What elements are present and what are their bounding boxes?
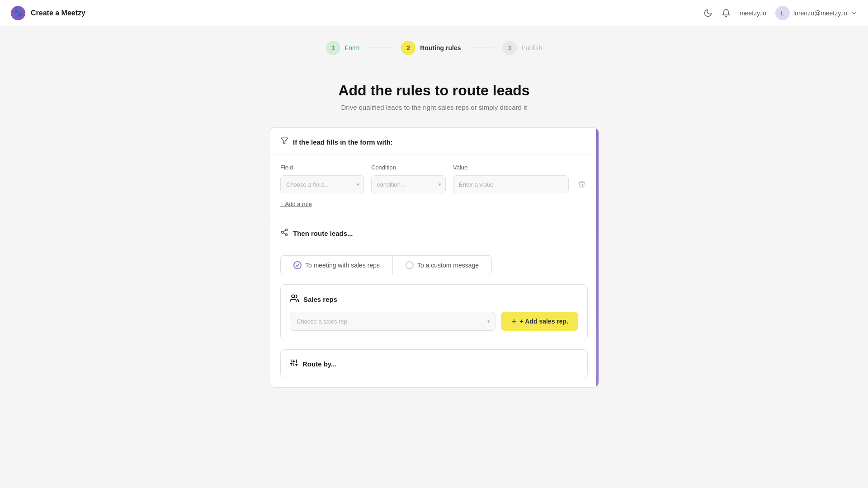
route-option-custom-label: To a custom message (417, 262, 479, 269)
filter-row-labels: Field Condition Value (280, 164, 588, 171)
filter-section-header: If the lead fills in the form with: (269, 128, 599, 155)
rule-card: If the lead fills in the form with: Fiel… (269, 127, 599, 388)
sales-reps-header: Sales reps (290, 294, 578, 305)
notifications-button[interactable] (722, 9, 731, 18)
route-option-meeting[interactable]: To meeting with sales reps (280, 255, 392, 275)
field-select-wrapper: Choose a field... (280, 175, 364, 193)
chevron-down-icon (851, 10, 857, 16)
navbar-right: meetzy.io L lorenzo@meetzy.io (703, 6, 857, 20)
meeting-check-icon (293, 261, 302, 269)
step-2[interactable]: 2 Routing rules (401, 41, 461, 55)
step-1-label: Form (345, 44, 360, 52)
add-sales-rep-label: + Add sales rep. (520, 318, 568, 325)
field-select[interactable]: Choose a field... (280, 175, 364, 193)
navbar-left: 🐾 Create a Meetzy (11, 6, 85, 20)
step-3[interactable]: 3 Publish (502, 41, 542, 55)
sliders-icon (290, 359, 298, 369)
app-logo: 🐾 (11, 6, 25, 20)
step-2-label: Routing rules (420, 44, 461, 52)
sales-reps-title: Sales reps (303, 296, 337, 303)
sales-rep-select-wrapper: Choose a sales rep. (290, 312, 495, 331)
main-content: Add the rules to route leads Drive quali… (0, 64, 868, 406)
step-connector-2 (468, 47, 495, 48)
route-section-header: Then route leads... (269, 219, 599, 246)
stepper: 1 Form 2 Routing rules 3 Publish (0, 26, 868, 64)
app-title: Create a Meetzy (31, 9, 85, 17)
add-sales-rep-button[interactable]: + Add sales rep. (501, 312, 578, 331)
custom-radio-icon (406, 261, 414, 269)
condition-select[interactable]: condition... (371, 175, 446, 193)
avatar: L (775, 6, 790, 20)
filter-section-title: If the lead fills in the form with: (293, 138, 393, 146)
trash-icon (578, 180, 586, 188)
svg-point-6 (292, 295, 295, 298)
page-subtitle: Drive qualified leads to the right sales… (341, 103, 527, 111)
share-icon (280, 228, 288, 239)
filter-row: Choose a field... condition... (280, 175, 588, 193)
route-section-title: Then route leads... (293, 230, 353, 237)
plus-icon (511, 318, 517, 324)
value-label: Value (453, 164, 588, 171)
moon-icon (703, 9, 712, 18)
step-3-label: Publish (521, 44, 542, 52)
filter-icon (280, 137, 288, 147)
step-1[interactable]: 1 Form (326, 41, 360, 55)
field-label: Field (280, 164, 364, 171)
site-label: meetzy.io (740, 9, 766, 17)
value-input[interactable] (453, 175, 569, 193)
route-by-title: Route by... (302, 360, 337, 368)
step-1-circle: 1 (326, 41, 340, 55)
sales-rep-row: Choose a sales rep. + Add sales rep. (290, 312, 578, 331)
add-rule-button[interactable]: + Add a rule (280, 201, 312, 207)
filter-body: Field Condition Value Choose a field... … (269, 155, 599, 219)
route-option-custom[interactable]: To a custom message (392, 255, 492, 275)
delete-rule-button[interactable] (576, 178, 588, 190)
route-by-card: Route by... (280, 349, 588, 378)
user-email: lorenzo@meetzy.io (793, 9, 847, 17)
step-2-circle: 2 (401, 41, 415, 55)
step-connector-1 (367, 47, 394, 48)
route-option-meeting-label: To meeting with sales reps (305, 262, 380, 269)
condition-select-wrapper: condition... (371, 175, 446, 193)
route-options: To meeting with sales reps To a custom m… (269, 246, 599, 275)
navbar: 🐾 Create a Meetzy meetzy.io L lorenzo@me… (0, 0, 868, 26)
page-title: Add the rules to route leads (338, 82, 529, 99)
svg-line-5 (283, 230, 285, 232)
svg-marker-0 (281, 138, 288, 144)
user-menu[interactable]: L lorenzo@meetzy.io (775, 6, 857, 20)
sales-reps-card: Sales reps Choose a sales rep. + Add sal… (280, 284, 588, 340)
svg-line-4 (283, 233, 285, 234)
people-icon (290, 294, 299, 305)
condition-label: Condition (371, 164, 446, 171)
bell-icon (722, 9, 731, 18)
dark-mode-button[interactable] (703, 9, 712, 18)
step-3-circle: 3 (502, 41, 517, 55)
sales-rep-select[interactable]: Choose a sales rep. (290, 312, 495, 331)
route-section: Then route leads... To meeting with sale… (269, 219, 599, 378)
route-by-header: Route by... (290, 359, 578, 369)
